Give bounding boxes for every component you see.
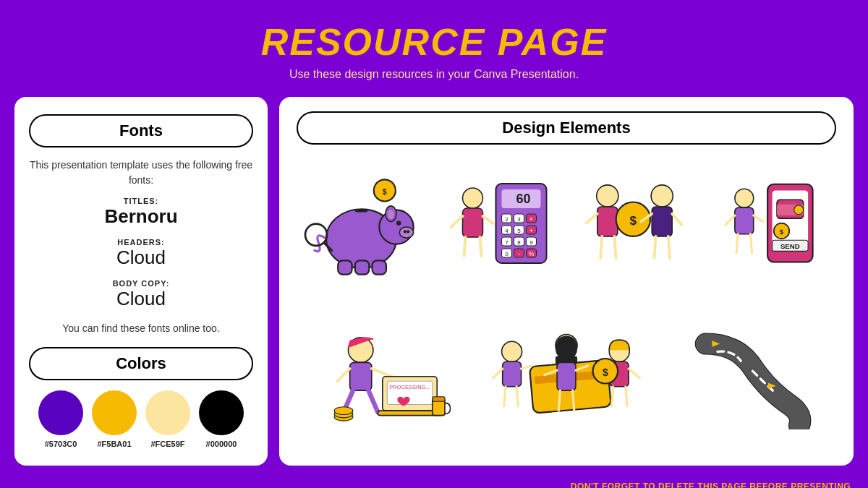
svg-point-73	[794, 205, 804, 215]
svg-line-113	[626, 386, 627, 406]
svg-text:$: $	[603, 366, 608, 377]
svg-text:+: +	[529, 227, 533, 234]
footer-note-text: DON'T FORGET TO DELETE THIS PAGE BEFORE …	[571, 481, 854, 488]
svg-line-18	[451, 216, 463, 227]
svg-text:9: 9	[529, 239, 533, 246]
svg-rect-11	[355, 260, 369, 274]
swatch-label-yellow: #F5BA01	[97, 440, 131, 448]
svg-text:$: $	[383, 187, 387, 196]
svg-line-81	[372, 369, 392, 377]
page-subtitle: Use these design resources in your Canva…	[14, 68, 854, 81]
svg-rect-103	[557, 362, 576, 390]
fonts-section-title: Fonts	[29, 114, 253, 147]
piggy-bank-svg: $	[297, 176, 426, 278]
illus-phone-wallet: $ SEND	[707, 155, 836, 299]
svg-point-16	[463, 188, 483, 208]
swatch-label-cream: #FCE59F	[150, 440, 184, 448]
swatch-label-black: #000000	[206, 440, 237, 448]
laptop-svg: PROCESSING...	[297, 328, 472, 429]
svg-point-5	[404, 230, 407, 233]
svg-rect-79	[350, 362, 372, 390]
illus-row-2: PROCESSING...	[297, 307, 836, 451]
font-label-body: BODY COPY:	[29, 279, 253, 288]
illus-road	[661, 307, 836, 451]
svg-line-60	[672, 214, 681, 225]
svg-point-6	[407, 230, 409, 233]
illus-piggy-bank: $	[297, 155, 426, 299]
svg-text:$: $	[780, 228, 784, 236]
page-header: RESOURCE PAGE Use these design resources…	[0, 0, 868, 88]
svg-point-95	[502, 341, 522, 361]
swatch-yellow: #F5BA01	[92, 390, 137, 448]
svg-rect-17	[463, 208, 483, 237]
svg-line-100	[516, 386, 518, 406]
font-name-titles: Bernoru	[29, 205, 253, 228]
svg-rect-50	[597, 207, 618, 236]
font-name-body: Cloud	[29, 288, 253, 310]
road-svg	[661, 328, 836, 429]
svg-rect-10	[338, 260, 352, 274]
swatch-cream: #FCE59F	[145, 390, 190, 448]
illus-people-coins: $	[570, 155, 699, 299]
svg-text:8: 8	[517, 239, 521, 246]
swatch-circle-cream	[145, 390, 190, 435]
svg-text:0: 0	[505, 251, 509, 257]
svg-point-90	[334, 406, 353, 414]
font-label-titles: TITLES:	[29, 197, 253, 205]
svg-text:-: -	[518, 250, 520, 257]
font-item-body: BODY COPY: Cloud	[29, 279, 253, 310]
svg-text:$: $	[630, 213, 637, 228]
group-card-svg: $	[479, 328, 654, 429]
design-elements-title: Design Elements	[297, 111, 836, 145]
svg-point-9	[388, 210, 394, 219]
swatch-circle-purple	[38, 390, 83, 435]
svg-line-68	[750, 234, 752, 253]
svg-rect-64	[735, 207, 754, 234]
fonts-online-note: You can find these fonts online too.	[29, 322, 253, 334]
svg-line-99	[504, 386, 506, 406]
page-title: RESOURCE PAGE	[14, 20, 854, 64]
svg-text:PROCESSING...: PROCESSING...	[389, 384, 430, 390]
svg-point-4	[399, 227, 413, 238]
svg-line-62	[668, 236, 670, 258]
svg-line-53	[600, 236, 602, 258]
font-item-headers: HEADERS: Cloud	[29, 238, 253, 269]
svg-point-7	[396, 221, 401, 225]
svg-line-97	[493, 369, 503, 378]
fonts-description: This presentation template uses the foll…	[29, 158, 253, 188]
right-panel: Design Elements $	[279, 97, 854, 466]
svg-line-66	[754, 215, 763, 222]
svg-line-112	[611, 386, 613, 406]
people-coins-svg: $	[570, 176, 699, 278]
svg-line-98	[522, 365, 532, 368]
svg-line-65	[726, 215, 735, 225]
svg-text:3: 3	[517, 216, 521, 223]
svg-line-80	[337, 369, 349, 381]
svg-line-111	[629, 369, 639, 378]
svg-point-63	[735, 189, 754, 207]
footer-note: DON'T FORGET TO DELETE THIS PAGE BEFORE …	[0, 477, 868, 488]
svg-rect-58	[652, 207, 672, 236]
swatch-label-purple: #5703C0	[45, 440, 77, 448]
svg-text:%: %	[528, 250, 534, 257]
swatch-circle-black	[199, 390, 244, 435]
colors-section: Colors #5703C0 #F5BA01 #FCE59F #000000	[29, 347, 253, 448]
calculator-svg: 60 2 3 × 4 5 +	[433, 176, 563, 278]
svg-text:5: 5	[517, 228, 521, 234]
main-content: Fonts This presentation template uses th…	[0, 88, 868, 477]
illustrations-grid: $	[297, 155, 836, 451]
swatch-purple: #5703C0	[38, 390, 83, 448]
svg-line-106	[558, 390, 560, 411]
colors-section-title: Colors	[29, 347, 253, 380]
svg-rect-13	[355, 209, 367, 212]
svg-text:4: 4	[505, 228, 509, 234]
svg-line-21	[480, 237, 482, 256]
svg-text:2: 2	[505, 216, 509, 223]
svg-rect-92	[433, 396, 445, 401]
svg-line-83	[368, 390, 378, 412]
svg-line-19	[483, 216, 493, 223]
svg-line-54	[615, 236, 616, 258]
color-swatches: #5703C0 #F5BA01 #FCE59F #000000	[29, 390, 253, 448]
illus-row-1: $	[297, 155, 836, 299]
illus-laptop: PROCESSING...	[297, 307, 472, 451]
